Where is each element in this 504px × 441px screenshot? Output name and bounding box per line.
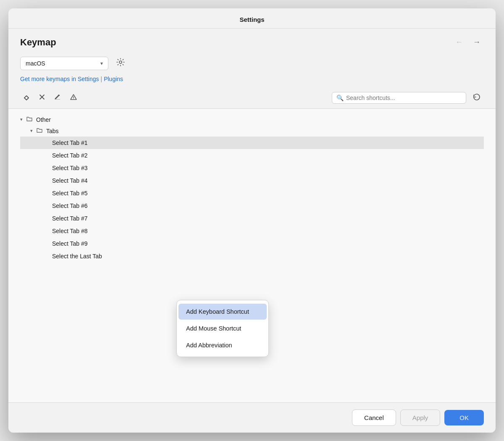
plugins-link[interactable]: Plugins bbox=[104, 76, 123, 82]
search-input[interactable] bbox=[346, 94, 462, 101]
tree-item[interactable]: Select Tab #1 bbox=[20, 136, 484, 149]
tree-group-header-other[interactable]: ▾ Other bbox=[20, 114, 484, 125]
ok-button[interactable]: OK bbox=[444, 410, 484, 425]
group-label: Other bbox=[36, 116, 51, 123]
toolbar-section: 🔍 bbox=[8, 87, 496, 109]
tree-item[interactable]: Select Tab #4 bbox=[20, 174, 484, 187]
restore-button[interactable] bbox=[470, 91, 484, 105]
context-menu-item-label: Add Keyboard Shortcut bbox=[186, 308, 249, 315]
tree-item-label: Select Tab #4 bbox=[52, 177, 88, 184]
tree-item-label: Select Tab #5 bbox=[52, 190, 88, 197]
remove-button[interactable] bbox=[36, 92, 48, 104]
svg-point-6 bbox=[73, 98, 74, 99]
subgroup-folder-icon bbox=[36, 127, 43, 135]
nav-arrows: ← → bbox=[452, 36, 484, 48]
folder-icon bbox=[26, 116, 33, 123]
context-menu-item-label: Add Mouse Shortcut bbox=[186, 325, 241, 332]
context-menu-item-keyboard-shortcut[interactable]: Add Keyboard Shortcut bbox=[178, 304, 267, 320]
header-row: Keymap ← → bbox=[20, 36, 484, 48]
subgroup-chevron-icon: ▾ bbox=[30, 128, 33, 134]
search-container: 🔍 bbox=[332, 92, 466, 104]
tree-item-label: Select the Last Tab bbox=[52, 253, 102, 260]
cancel-button[interactable]: Cancel bbox=[352, 410, 396, 426]
tree-item-label: Select Tab #8 bbox=[52, 228, 88, 234]
header-section: Keymap ← → macOS ▾ bbox=[8, 29, 496, 87]
page-title: Keymap bbox=[20, 37, 56, 48]
tree-subgroup-header-tabs[interactable]: ▾ Tabs bbox=[20, 125, 484, 136]
dialog-title: Settings bbox=[239, 16, 264, 23]
tree-item[interactable]: Select the Last Tab bbox=[20, 250, 484, 262]
tree-item[interactable]: Select Tab #7 bbox=[20, 212, 484, 225]
dialog-title-bar: Settings bbox=[8, 8, 496, 29]
restore-icon bbox=[472, 96, 481, 103]
links-row: Get more keymaps in Settings | Plugins bbox=[20, 76, 484, 82]
nav-back-button[interactable]: ← bbox=[452, 36, 466, 48]
context-menu-item-mouse-shortcut[interactable]: Add Mouse Shortcut bbox=[178, 320, 267, 336]
search-icon: 🔍 bbox=[336, 94, 344, 101]
tree-item-label: Select Tab #9 bbox=[52, 240, 88, 247]
tree-item-label: Select Tab #2 bbox=[52, 152, 88, 159]
chevron-down-icon: ▾ bbox=[100, 60, 103, 66]
settings-dialog: Settings Keymap ← → macOS ▾ bbox=[8, 8, 496, 433]
group-chevron-icon: ▾ bbox=[20, 117, 23, 122]
tree-item-label: Select Tab #1 bbox=[52, 139, 88, 146]
edit-button[interactable] bbox=[51, 92, 64, 104]
expand-collapse-button[interactable] bbox=[20, 92, 33, 104]
chevron-up-down-icon bbox=[23, 93, 30, 102]
context-menu-item-label: Add Abbreviation bbox=[186, 342, 232, 349]
tree-item-label: Select Tab #7 bbox=[52, 215, 88, 222]
tree-item[interactable]: Select Tab #2 bbox=[20, 149, 484, 162]
get-more-keymaps-link[interactable]: Get more keymaps in Settings bbox=[20, 76, 99, 82]
tree-item[interactable]: Select Tab #3 bbox=[20, 162, 484, 174]
dialog-footer: Cancel Apply OK bbox=[8, 402, 496, 433]
apply-button[interactable]: Apply bbox=[400, 410, 441, 426]
context-menu-item-abbreviation[interactable]: Add Abbreviation bbox=[178, 337, 267, 353]
tree-item[interactable]: Select Tab #5 bbox=[20, 187, 484, 200]
gear-button[interactable] bbox=[113, 55, 128, 71]
keymap-row: macOS ▾ bbox=[20, 55, 484, 71]
tree-item[interactable]: Select Tab #6 bbox=[20, 200, 484, 212]
tree-item-label: Select Tab #3 bbox=[52, 165, 88, 171]
nav-forward-button[interactable]: → bbox=[470, 36, 484, 48]
warning-icon bbox=[70, 93, 77, 102]
svg-point-3 bbox=[59, 95, 60, 96]
keymap-selected-value: macOS bbox=[26, 60, 97, 67]
tree-item[interactable]: Select Tab #8 bbox=[20, 225, 484, 237]
keymap-dropdown[interactable]: macOS ▾ bbox=[20, 57, 108, 70]
pencil-icon bbox=[54, 93, 61, 102]
context-menu: Add Keyboard Shortcut Add Mouse Shortcut… bbox=[176, 300, 269, 357]
tree-item-label: Select Tab #6 bbox=[52, 202, 88, 209]
tree-group-other: ▾ Other ▾ Tabs bbox=[8, 112, 496, 264]
dialog-body: Keymap ← → macOS ▾ bbox=[8, 29, 496, 402]
gear-icon bbox=[116, 59, 125, 68]
link-separator: | bbox=[101, 76, 102, 82]
warning-button[interactable] bbox=[67, 92, 80, 104]
tree-item[interactable]: Select Tab #9 bbox=[20, 237, 484, 250]
svg-point-0 bbox=[119, 61, 122, 63]
close-icon bbox=[39, 94, 45, 102]
subgroup-label: Tabs bbox=[46, 128, 59, 134]
tree-section: ▾ Other ▾ Tabs bbox=[8, 109, 496, 402]
